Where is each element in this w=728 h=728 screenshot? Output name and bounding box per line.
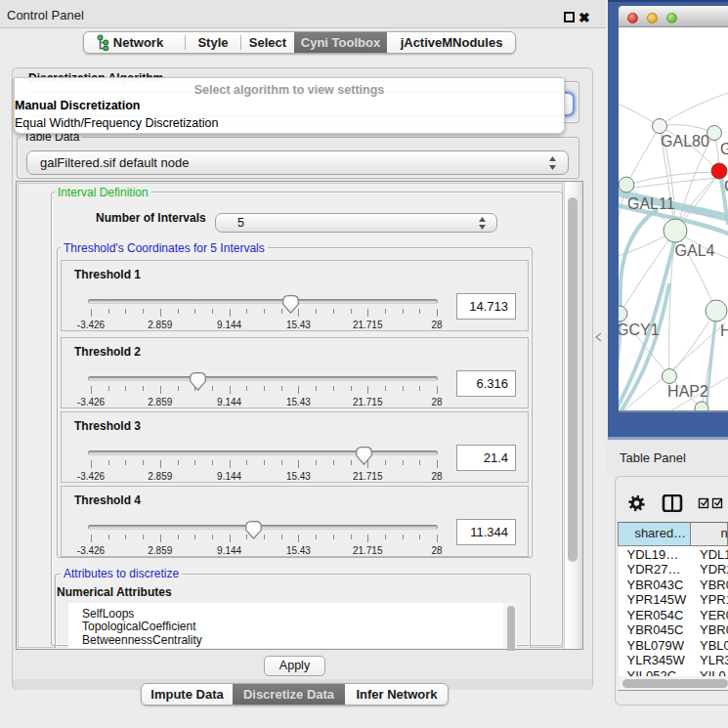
svg-text:H: H	[720, 322, 728, 339]
svg-text:GA: GA	[720, 141, 728, 157]
svg-text:GAL80: GAL80	[661, 133, 709, 150]
svg-text:GAL11: GAL11	[627, 195, 675, 212]
svg-text:GAL4: GAL4	[675, 242, 715, 259]
svg-text:C: C	[724, 178, 728, 194]
svg-text:HAP2: HAP2	[667, 383, 708, 400]
svg-text:GCY1: GCY1	[619, 321, 660, 338]
